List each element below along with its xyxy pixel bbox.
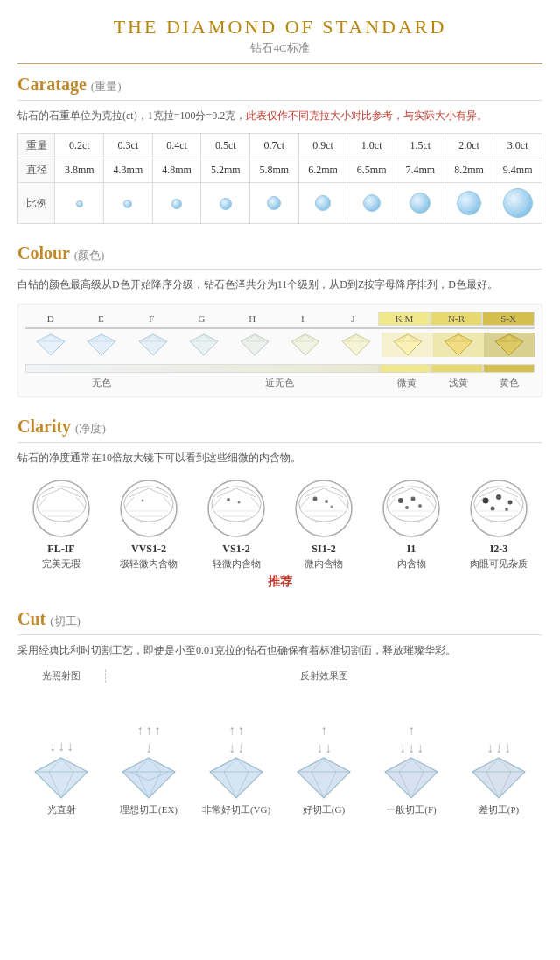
table-cell: 5.8mm	[250, 158, 299, 183]
table-cell	[444, 183, 494, 224]
arrow-up-icon: ↑	[228, 723, 235, 739]
table-cell: 1.0ct	[347, 134, 396, 158]
cut-label-vg: 非常好切工(VG)	[202, 803, 270, 816]
svg-point-89	[405, 506, 409, 509]
svg-point-48	[121, 480, 177, 536]
arrow-down-icon: ↓	[416, 740, 424, 756]
diamond-circle-icon	[363, 194, 381, 212]
svg-marker-117	[210, 758, 262, 798]
arrows-down-f: ↓ ↓ ↓	[399, 740, 424, 756]
svg-point-100	[508, 500, 513, 504]
weight-label: 重量	[18, 134, 55, 158]
clarity-item-vvs: VVS1-2 极轻微内含物	[105, 478, 192, 571]
colour-bar-row	[25, 364, 535, 373]
colour-title: Colour (颜色)	[18, 243, 542, 263]
table-cell: 7.4mm	[396, 158, 445, 183]
cut-section: Cut (切工) 采用经典比利时切割工艺，即使是小至0.01克拉的钻石也确保有着…	[0, 599, 560, 839]
cut-title: Cut (切工)	[18, 609, 542, 629]
arrow-down-icon: ↓	[504, 740, 511, 756]
cut-diamond-g-icon	[296, 756, 353, 800]
clarity-circle-flif	[31, 478, 92, 539]
svg-point-102	[505, 508, 508, 511]
svg-marker-4	[88, 334, 116, 355]
cut-p-arrows: ↓ ↓ ↓	[486, 686, 511, 756]
carat-table: 重量 0.2ct 0.3ct 0.4ct 0.5ct 0.7ct 0.9ct 1…	[18, 133, 542, 224]
svg-point-101	[491, 506, 495, 510]
cut-description: 采用经典比利时切割工艺，即使是小至0.01克拉的钻石也确保有着标准切割面，释放璀…	[18, 642, 542, 659]
table-cell: 0.9ct	[298, 134, 347, 158]
label-qianhuang: 浅黄	[433, 376, 484, 389]
cut-label-straight: 光直射	[47, 803, 76, 816]
diamond-j-icon	[340, 333, 372, 357]
cut-top-labels: 光照射图 反射效果图	[18, 669, 542, 683]
arrow-down-icon: ↓	[145, 740, 152, 756]
grade-h: H	[227, 313, 277, 324]
clarity-section: Clarity (净度) 钻石的净度通常在10倍放大镜下可以看到这些细微的内含物…	[0, 406, 560, 598]
page-wrapper: THE DIAMOND OF STANDARD 钻石4C标准 Caratage …	[0, 0, 560, 839]
table-cell: 1.5ct	[396, 134, 445, 158]
table-cell	[347, 183, 396, 224]
cut-left-label: 光照射图	[18, 669, 106, 683]
arrow-down-icon: ↓	[66, 739, 74, 754]
table-cell: 0.4ct	[152, 134, 201, 158]
arrows-down-p: ↓ ↓ ↓	[486, 740, 511, 756]
header-title-cn: 钻石4C标准	[18, 40, 542, 56]
clarity-name-si: 微内含物	[304, 557, 343, 571]
cut-diamond-f-icon	[383, 756, 440, 800]
clarity-item-flif: FL-IF 完美无瑕	[18, 478, 105, 571]
clarity-grade-vs: VS1-2	[222, 543, 249, 556]
diamond-i	[280, 333, 331, 357]
cut-item-f: ↑ ↓ ↓ ↓ 一般切工(F)	[368, 686, 455, 816]
clarity-grade-vvs: VVS1-2	[131, 543, 166, 556]
clarity-title: Clarity (净度)	[18, 417, 542, 437]
diamond-g	[178, 333, 229, 357]
clarity-grade-flif: FL-IF	[47, 543, 74, 556]
arrows-up-vg: ↑ ↑	[228, 723, 244, 739]
table-cell: 6.5mm	[347, 158, 396, 183]
arrow-up-icon: ↑	[154, 723, 161, 739]
cut-diamond-ex-icon	[121, 756, 178, 800]
cut-g-arrows: ↑ ↓ ↓	[316, 686, 332, 756]
diamond-h-icon	[239, 333, 270, 357]
svg-point-90	[471, 480, 527, 536]
diamond-km-icon	[392, 333, 424, 357]
cut-straight-arrows: ↓ ↓ ↓	[49, 686, 74, 756]
svg-marker-24	[342, 334, 370, 355]
colour-chart: D E F G H I J K·M N-R S-X	[18, 304, 542, 397]
clarity-description: 钻石的净度通常在10倍放大镜下可以看到这些细微的内含物。	[18, 450, 542, 466]
clarity-circle-vs	[206, 478, 267, 539]
cut-item-straight: ↓ ↓ ↓ 光直射	[18, 686, 105, 816]
clarity-item-i1: I1 内含物	[368, 478, 455, 571]
label-weihuang: 微黄	[382, 376, 432, 389]
diamond-circle-icon	[410, 193, 430, 214]
svg-marker-28	[394, 334, 422, 355]
clarity-grade-i1: I1	[407, 543, 416, 556]
diamond-circle-icon	[457, 191, 481, 215]
caratage-title: Caratage (重量)	[18, 74, 542, 95]
diamond-d	[25, 333, 76, 357]
clarity-name-i23: 肉眼可见杂质	[470, 557, 528, 571]
caratage-section: Caratage (重量) 钻石的石重单位为克拉(ct)，1克拉=100分=0.…	[0, 64, 560, 233]
grade-e: E	[76, 313, 127, 324]
table-cell: 9.4mm	[494, 158, 542, 183]
caratage-description: 钻石的石重单位为克拉(ct)，1克拉=100分=0.2克，此表仅作不同克拉大小对…	[18, 108, 542, 124]
clarity-grade-i23: I2-3	[490, 543, 508, 556]
arrow-up-icon: ↑	[320, 723, 327, 739]
arrow-down-icon: ↓	[325, 740, 332, 756]
arrow-up-icon: ↑	[237, 723, 244, 739]
clarity-circle-vvs	[118, 478, 179, 539]
table-row-diameter: 直径 3.8mm 4.3mm 4.8mm 5.2mm 5.8mm 6.2mm 6…	[18, 158, 542, 183]
clarity-recommend: 推荐	[18, 574, 542, 590]
svg-point-78	[383, 480, 439, 536]
svg-marker-32	[444, 334, 472, 355]
arrows-down-ex: ↓	[145, 740, 152, 756]
table-cell	[104, 183, 153, 224]
clarity-item-vs: VS1-2 轻微内含物	[192, 478, 280, 571]
diamond-circle-icon	[76, 200, 83, 207]
arrow-down-icon: ↓	[228, 740, 235, 756]
table-cell: 6.2mm	[298, 158, 347, 183]
clarity-divider	[18, 442, 542, 443]
table-cell	[152, 183, 201, 224]
clarity-name-vs: 轻微内含物	[213, 557, 261, 571]
grade-sx: S-X	[482, 312, 535, 326]
